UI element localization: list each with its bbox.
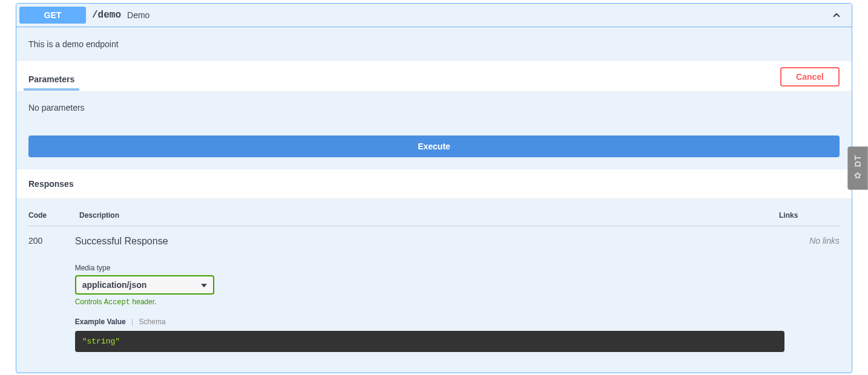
example-code-block: "string" <box>75 331 784 352</box>
devtools-badge[interactable]: DT ✿ <box>847 146 868 190</box>
response-code: 200 <box>28 236 75 352</box>
column-description: Description <box>79 211 779 220</box>
controls-suffix: header. <box>130 298 156 306</box>
cancel-button[interactable]: Cancel <box>780 67 840 86</box>
column-links: Links <box>779 211 840 220</box>
tab-parameters[interactable]: Parameters <box>28 68 74 90</box>
response-links: No links <box>784 236 840 352</box>
response-row: 200 Successful Response Media type appli… <box>28 226 840 352</box>
parameters-section-header: Parameters Cancel <box>16 61 852 92</box>
no-parameters-text: No parameters <box>16 92 852 123</box>
response-description-cell: Successful Response Media type applicati… <box>75 236 784 352</box>
endpoint-header[interactable]: GET /demo Demo <box>16 4 852 27</box>
media-type-label: Media type <box>75 264 784 272</box>
endpoint-summary: Demo <box>127 10 150 20</box>
gear-icon: ✿ <box>854 171 861 180</box>
tab-divider: | <box>131 318 133 326</box>
media-type-select[interactable]: application/json <box>75 275 214 295</box>
tab-example-value[interactable]: Example Value <box>75 318 126 326</box>
responses-body: Code Description Links 200 Successful Re… <box>16 199 852 352</box>
responses-header: Responses <box>16 169 852 199</box>
controls-prefix: Controls <box>75 298 104 306</box>
response-description-text: Successful Response <box>75 236 784 247</box>
controls-accept-text: Controls Accept header. <box>75 298 784 307</box>
endpoint-description: This is a demo endpoint <box>16 27 852 61</box>
http-method-badge: GET <box>19 7 86 24</box>
controls-mono: Accept <box>104 298 130 307</box>
column-code: Code <box>28 211 79 220</box>
endpoint-path: /demo <box>92 10 121 21</box>
execute-button[interactable]: Execute <box>28 135 840 157</box>
media-type-select-wrap: application/json <box>75 275 214 295</box>
devtools-label: DT <box>853 155 863 168</box>
tab-schema[interactable]: Schema <box>139 318 166 326</box>
responses-table-header: Code Description Links <box>28 211 840 226</box>
endpoint-panel: GET /demo Demo This is a demo endpoint P… <box>16 3 852 373</box>
execute-section: Execute <box>16 123 852 169</box>
chevron-up-icon[interactable] <box>830 9 843 21</box>
example-tabs: Example Value | Schema <box>75 318 784 326</box>
